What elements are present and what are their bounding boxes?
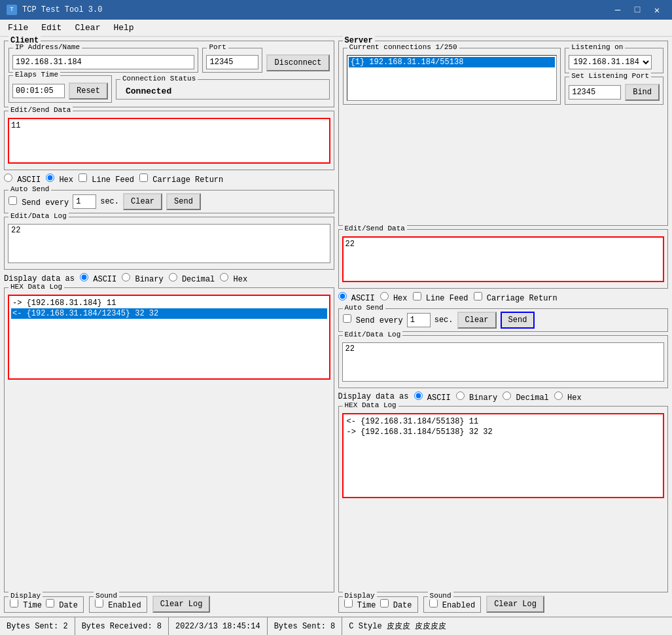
client-bottom-bar: Display Time Date Sound Enabled Clear Lo… xyxy=(4,596,334,613)
maximize-button[interactable]: □ xyxy=(629,4,646,16)
server-clearlog-button[interactable]: Clear Log xyxy=(486,596,544,613)
server-disp-binary[interactable] xyxy=(456,391,465,400)
server-section: Server Current connections 1/250 {1} 192… xyxy=(338,41,669,226)
client-disp-binary[interactable] xyxy=(122,273,130,281)
app-title: TCP Test Tool 3.0 xyxy=(22,5,102,14)
status-bar: Bytes Sent: 2 Bytes Received: 8 2022/3/1… xyxy=(0,617,672,635)
close-button[interactable]: ✕ xyxy=(648,4,665,16)
connections-list: {1} 192.168.31.184/55138 xyxy=(347,55,557,101)
client-datalog-area[interactable]: 22 xyxy=(8,224,330,263)
client-conn-status: Connected xyxy=(126,86,171,96)
client-disp-ascii[interactable] xyxy=(80,273,88,281)
client-clearlog-button[interactable]: Clear Log xyxy=(152,596,211,613)
menu-clear[interactable]: Clear xyxy=(69,21,105,35)
reset-button[interactable]: Reset xyxy=(69,82,108,100)
listening-select[interactable]: 192.168.31.184 xyxy=(569,55,652,69)
client-auto-send: Auto Send Send every sec. Clear Send xyxy=(4,190,334,213)
server-datalog-area[interactable]: 22 xyxy=(342,342,665,382)
client-sound-check[interactable] xyxy=(95,599,103,608)
client-elaps-input xyxy=(12,84,65,98)
server-auto-send: Auto Send Send every sec. Clear Send xyxy=(338,308,669,332)
title-bar: T TCP Test Tool 3.0 — □ ✕ xyxy=(0,0,672,20)
server-autosend-check[interactable] xyxy=(343,314,351,323)
server-hex-log: <- {192.168.31.184/55138} 11 -> {192.168… xyxy=(342,413,665,498)
server-interval-input[interactable] xyxy=(407,313,431,327)
menu-edit[interactable]: Edit xyxy=(36,21,67,35)
menu-help[interactable]: Help xyxy=(108,21,139,35)
server-disp-ascii[interactable] xyxy=(414,391,423,400)
client-log-line-1[interactable]: -> {192.168.31.184} 11 xyxy=(11,298,327,308)
server-sound-check[interactable] xyxy=(429,599,438,608)
server-carriage-check[interactable] xyxy=(474,292,482,300)
status-datetime: 2022/3/13 18:45:14 xyxy=(169,617,268,635)
status-extra: C Style 皮皮皮 皮皮皮皮 xyxy=(342,617,672,635)
client-linefeed-check[interactable] xyxy=(79,173,87,182)
server-linefeed-check[interactable] xyxy=(413,292,421,300)
server-log-line-1[interactable]: <- {192.168.31.184/55138} 11 xyxy=(345,416,662,427)
client-disp-hex[interactable] xyxy=(220,273,228,281)
connection-item[interactable]: {1} 192.168.31.184/55138 xyxy=(349,57,556,67)
server-send-button[interactable]: Send xyxy=(501,312,535,329)
client-send-data[interactable]: 11 xyxy=(8,118,330,164)
client-date-check[interactable] xyxy=(46,599,54,608)
server-bottom-bar: Display Time Date Sound Enabled Clear Lo… xyxy=(338,596,669,613)
status-bytes-received: Bytes Received: 8 xyxy=(75,617,169,635)
client-log-line-2[interactable]: <- {192.168.31.184/12345} 32 32 xyxy=(11,308,327,319)
client-section: Client IP Address/Name Port Disconnect E… xyxy=(4,41,334,107)
client-hex-log: -> {192.168.31.184} 11 <- {192.168.31.18… xyxy=(8,295,330,380)
server-format-options: ASCII Hex Line Feed Carriage Return xyxy=(338,292,669,303)
server-log-line-2[interactable]: -> {192.168.31.184/55138} 32 32 xyxy=(345,427,662,437)
client-port-input[interactable] xyxy=(206,55,258,69)
server-clear-button[interactable]: Clear xyxy=(457,312,497,329)
status-bytes-sent: Bytes Sent: 2 xyxy=(0,617,75,635)
client-carriage-check[interactable] xyxy=(139,173,148,182)
status-server-bytes-sent: Bytes Sent: 8 xyxy=(268,617,343,635)
server-port-input[interactable] xyxy=(569,85,621,100)
server-send-data[interactable]: 22 xyxy=(342,236,665,282)
server-ascii-radio[interactable] xyxy=(338,292,347,300)
server-date-check[interactable] xyxy=(380,599,389,608)
client-send-button[interactable]: Send xyxy=(166,193,201,210)
client-interval-input[interactable] xyxy=(73,194,96,209)
menu-file[interactable]: File xyxy=(3,21,33,35)
client-ascii-radio[interactable] xyxy=(4,173,12,182)
server-hex-radio[interactable] xyxy=(380,292,389,300)
client-format-options: ASCII Hex Line Feed Carriage Return xyxy=(4,173,334,185)
bind-button[interactable]: Bind xyxy=(625,84,660,101)
app-icon: T xyxy=(7,5,17,15)
client-disp-decimal[interactable] xyxy=(169,273,177,281)
menu-bar: File Edit Clear Help xyxy=(0,20,672,37)
server-disp-hex[interactable] xyxy=(554,391,563,400)
client-autosend-check[interactable] xyxy=(9,196,17,205)
client-hex-radio[interactable] xyxy=(46,173,54,182)
client-clear-button[interactable]: Clear xyxy=(123,193,162,210)
server-disp-decimal[interactable] xyxy=(503,391,511,400)
client-ip-input[interactable] xyxy=(12,55,194,69)
minimize-button[interactable]: — xyxy=(609,4,626,16)
client-time-check[interactable] xyxy=(10,599,18,608)
server-time-check[interactable] xyxy=(344,599,353,608)
disconnect-button[interactable]: Disconnect xyxy=(266,54,329,71)
